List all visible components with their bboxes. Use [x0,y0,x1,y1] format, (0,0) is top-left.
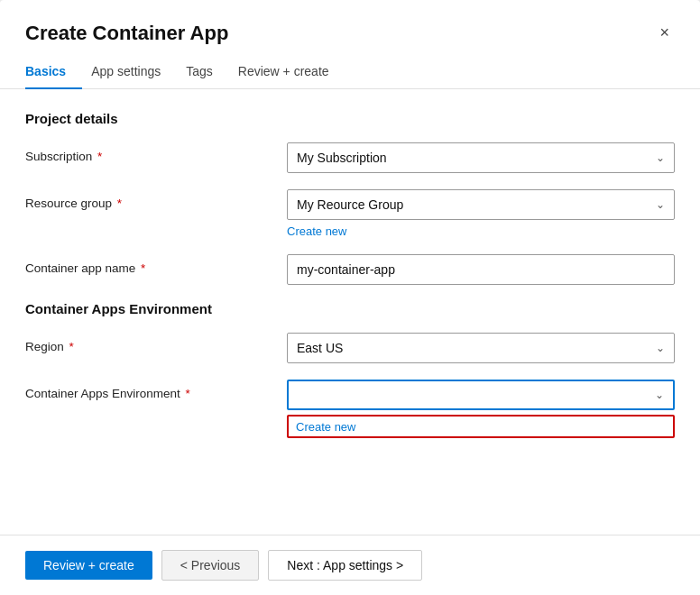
container-apps-environment-dropdown[interactable]: ⌄ [287,380,675,410]
container-app-name-row: Container app name * [25,254,675,285]
resource-group-control: My Reource Group ⌄ Create new [287,189,675,238]
tab-app-settings[interactable]: App settings [91,55,177,89]
create-container-app-dialog: Create Container App × Basics App settin… [0,0,700,595]
dialog-header: Create Container App × [0,0,700,55]
container-app-name-label: Container app name * [25,254,287,275]
tab-review-create[interactable]: Review + create [238,55,345,89]
subscription-dropdown[interactable]: My Subscription ⌄ [287,142,675,173]
resource-group-dropdown[interactable]: My Reource Group ⌄ [287,189,675,220]
container-apps-environment-row: Container Apps Environment * ⌄ Create ne… [25,380,675,438]
subscription-required: * [94,150,102,163]
container-apps-environment-label: Container Apps Environment * [25,380,287,400]
resource-group-required: * [114,197,122,210]
container-app-name-required: * [137,261,145,275]
container-apps-environment-required: * [182,387,190,400]
previous-button[interactable]: < Previous [161,550,260,581]
region-required: * [66,340,74,353]
region-row: Region * East US ⌄ [25,333,675,363]
review-create-button[interactable]: Review + create [25,551,152,580]
resource-group-row: Resource group * My Reource Group ⌄ Crea… [25,189,675,238]
resource-group-label: Resource group * [25,189,287,210]
tab-tags[interactable]: Tags [186,55,229,89]
dialog-footer: Review + create < Previous Next : App se… [0,535,700,595]
resource-group-create-new-link[interactable]: Create new [287,224,675,238]
container-apps-env-heading: Container Apps Environment [25,301,675,316]
close-button[interactable]: × [654,20,675,46]
subscription-control: My Subscription ⌄ [287,142,675,173]
container-app-name-input[interactable] [287,254,675,285]
region-dropdown[interactable]: East US ⌄ [287,333,675,363]
form-body: Project details Subscription * My Subscr… [0,89,700,535]
project-details-heading: Project details [25,111,675,126]
next-button[interactable]: Next : App settings > [268,550,422,581]
container-apps-environment-create-new-box: Create new [287,415,675,438]
region-control: East US ⌄ [287,333,675,363]
container-app-name-control [287,254,675,285]
subscription-label: Subscription * [25,142,287,163]
tab-basics[interactable]: Basics [25,55,82,89]
subscription-dropdown-arrow: ⌄ [656,151,665,164]
resource-group-dropdown-arrow: ⌄ [656,198,665,211]
region-label: Region * [25,333,287,353]
tab-bar: Basics App settings Tags Review + create [0,55,700,89]
dialog-title: Create Container App [25,22,228,45]
container-apps-environment-dropdown-arrow: ⌄ [655,389,664,401]
region-dropdown-arrow: ⌄ [656,342,665,354]
container-apps-environment-control: ⌄ Create new [287,380,675,438]
subscription-row: Subscription * My Subscription ⌄ [25,142,675,173]
container-apps-environment-create-new-link[interactable]: Create new [296,420,355,434]
